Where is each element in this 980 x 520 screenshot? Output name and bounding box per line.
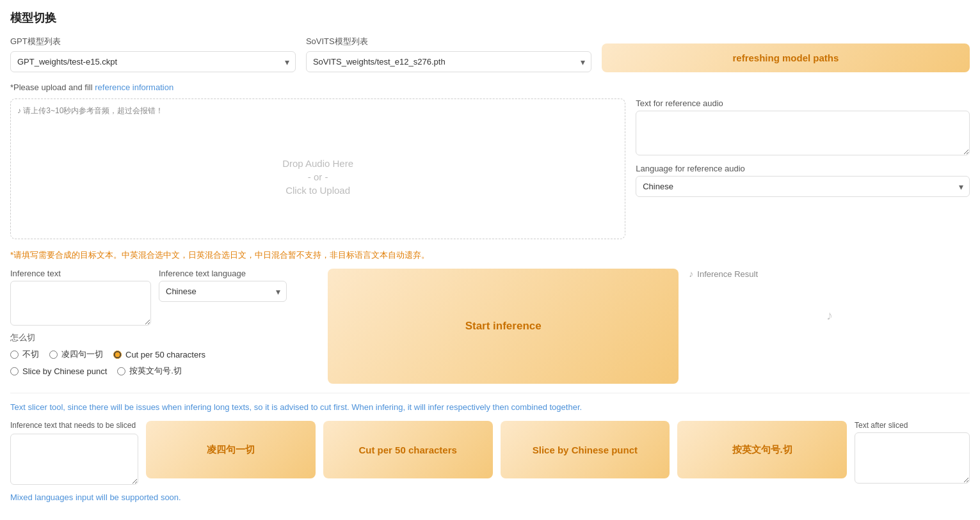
ref-text-group: Text for reference audio [636, 98, 970, 157]
cut-label-english-punct: 按英文句号.切 [129, 365, 182, 377]
cut-radio-four[interactable] [49, 351, 58, 359]
mixed-lang-note: Mixed languages input will be supported … [10, 492, 970, 502]
cut-label-no-cut: 不切 [22, 349, 39, 360]
page-title: 模型切换 [10, 10, 970, 26]
slicer-info-colored: it will infer respectively then combined… [408, 402, 582, 412]
sovits-model-group: SoVITS模型列表 SoVITS_weights/test_e12_s276.… [306, 36, 591, 72]
cut-radio-english-punct[interactable] [117, 367, 125, 375]
inference-result-group: ♪ Inference Result ♪ [689, 269, 970, 323]
drop-zone-text: Drop Audio Here - or - Click to Upload [17, 122, 618, 232]
inference-lang-select-wrapper: Chinese English Japanese [159, 281, 287, 302]
cut-radio-no-cut[interactable] [10, 351, 19, 359]
drop-text-line1: Drop Audio Here [282, 158, 353, 169]
drop-text-line2: - or - [308, 171, 328, 182]
cut-option-chinese-punct[interactable]: Slice by Chinese punct [10, 366, 107, 376]
slicer-chinese-punct-button[interactable]: Slice by Chinese punct [501, 421, 670, 478]
ref-text-textarea[interactable] [636, 111, 970, 155]
cut-row-2: Slice by Chinese punct 按英文句号.切 [10, 365, 317, 377]
cut-row-1: 不切 凌四句一切 Cut per 50 characters [10, 349, 317, 360]
sovits-model-label: SoVITS模型列表 [306, 36, 591, 47]
cut-option-per50[interactable]: Cut per 50 characters [113, 350, 205, 359]
cut-label-chinese-punct: Slice by Chinese punct [22, 366, 107, 376]
cut-label-per50: Cut per 50 characters [125, 350, 205, 359]
slicer-input-group: Inference text that needs to be sliced [10, 421, 138, 485]
gpt-model-label: GPT模型列表 [10, 36, 296, 47]
inference-lang-label: Inference text language [159, 269, 287, 278]
slicer-output-group: Text after sliced [855, 421, 970, 484]
ref-lang-label: Language for reference audio [636, 164, 970, 173]
sovits-model-select[interactable]: SoVITS_weights/test_e12_s276.pth [306, 51, 591, 72]
slicer-output-textarea[interactable] [855, 432, 970, 484]
slicer-input-textarea[interactable] [10, 434, 138, 485]
ref-text-label: Text for reference audio [636, 98, 970, 108]
slicer-output-label: Text after sliced [855, 421, 970, 430]
ref-lang-group: Language for reference audio Chinese Eng… [636, 164, 970, 197]
result-audio-player-icon: ♪ [689, 308, 970, 323]
cut-option-no-cut[interactable]: 不切 [10, 349, 39, 360]
inference-text-group: Inference text [10, 269, 151, 326]
gpt-model-select[interactable]: GPT_weights/test-e15.ckpt [10, 51, 296, 72]
inference-lang-select[interactable]: Chinese English Japanese [159, 281, 287, 302]
audio-upload-hint: ♪ 请上传3~10秒内参考音频，超过会报错！ [17, 106, 618, 116]
slicer-four-button[interactable]: 凌四句一切 [146, 421, 316, 478]
inference-result-label: ♪ Inference Result [689, 269, 970, 279]
reference-row: ♪ 请上传3~10秒内参考音频，超过会报错！ Drop Audio Here -… [10, 98, 970, 239]
inference-text-textarea[interactable] [10, 281, 151, 326]
result-label-text: Inference Result [697, 269, 758, 279]
refresh-model-button[interactable]: refreshing model paths [602, 43, 970, 72]
reference-right: Text for reference audio Language for re… [636, 98, 970, 239]
cut-label-four: 凌四句一切 [61, 349, 103, 360]
cut-label: 怎么切 [10, 332, 317, 343]
cut-options: 不切 凌四句一切 Cut per 50 characters Slice by … [10, 349, 317, 377]
slicer-english-punct-button[interactable]: 按英文句号.切 [677, 421, 847, 478]
start-inference-button[interactable]: Start inference [328, 269, 679, 384]
mixed-lang-note-colored: Mixed languages input [10, 492, 93, 502]
upload-info-highlight: reference information [95, 83, 173, 92]
cut-radio-chinese-punct[interactable] [10, 367, 19, 375]
slicer-info-text: Text slicer tool, since there will be is… [10, 402, 405, 412]
inference-text-label: Inference text [10, 269, 151, 278]
drop-text-line3: Click to Upload [285, 185, 350, 196]
divider [10, 393, 970, 393]
inference-warning: *请填写需要合成的目标文本。中英混合选中文，日英混合选日文，中日混合暂不支持，非… [10, 249, 970, 261]
inference-lang-group: Inference text language Chinese English … [159, 269, 287, 326]
audio-upload-area[interactable]: ♪ 请上传3~10秒内参考音频，超过会报错！ Drop Audio Here -… [10, 98, 625, 239]
result-audio-icon: ♪ [689, 269, 693, 279]
slicer-per50-button[interactable]: Cut per 50 characters [323, 421, 493, 478]
slicer-info: Text slicer tool, since there will be is… [10, 402, 970, 412]
slicer-input-label: Inference text that needs to be sliced [10, 421, 138, 431]
sovits-model-select-wrapper: SoVITS_weights/test_e12_s276.pth [306, 51, 591, 72]
cut-option-four[interactable]: 凌四句一切 [49, 349, 103, 360]
upload-info: *Please upload and fill reference inform… [10, 83, 970, 92]
gpt-model-group: GPT模型列表 GPT_weights/test-e15.ckpt [10, 36, 296, 72]
inference-input-row: Inference text Inference text language C… [10, 269, 317, 326]
inference-left: Inference text Inference text language C… [10, 269, 317, 381]
cut-radio-per50[interactable] [113, 351, 122, 359]
gpt-model-select-wrapper: GPT_weights/test-e15.ckpt [10, 51, 296, 72]
ref-lang-select[interactable]: Chinese English Japanese [636, 176, 970, 197]
mixed-lang-note-rest: will be supported soon. [96, 492, 181, 502]
ref-lang-select-wrapper: Chinese English Japanese [636, 176, 970, 197]
cut-option-english-punct[interactable]: 按英文句号.切 [117, 365, 182, 377]
cut-section: 怎么切 不切 凌四句一切 Cut per 50 characters [10, 332, 317, 377]
inference-row: Inference text Inference text language C… [10, 269, 970, 384]
model-row: GPT模型列表 GPT_weights/test-e15.ckpt SoVITS… [10, 36, 970, 72]
slicer-row: Inference text that needs to be sliced 凌… [10, 421, 970, 485]
